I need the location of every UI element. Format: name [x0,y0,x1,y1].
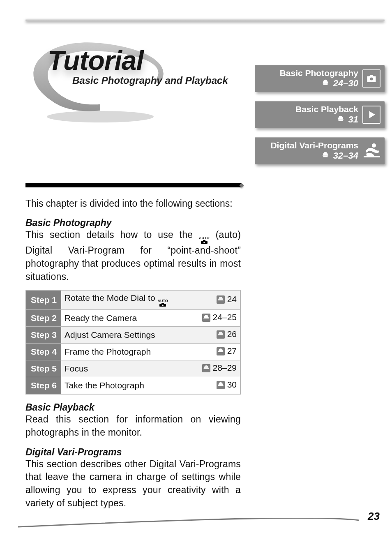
step-description: Focus [61,360,196,377]
intro-text: This chapter is divided into the followi… [25,197,241,210]
step-description: Rotate the Mode Dial to AUTO [61,290,196,310]
svg-rect-25 [219,386,223,388]
svg-rect-1 [323,83,327,85]
page-ref-icon [322,79,329,88]
nav-item-pages: 32–34 [333,150,358,161]
chapter-header: Tutorial Basic Photography and Playback [25,47,247,86]
nav-item-pages: 31 [348,114,358,125]
step-pages: 26 [196,327,240,344]
svg-point-6 [372,143,376,148]
nav-item-title: Basic Playback [259,104,358,114]
section-text-basic-playback: Read this section for information on vie… [25,413,241,439]
nav-item-basic-photography[interactable]: Basic Photography 24–30 [255,65,385,92]
auto-mode-icon: AUTO [199,236,210,244]
page-ref-icon [217,347,225,358]
svg-rect-23 [204,369,208,371]
page-ref-icon [217,295,225,306]
page-ref-icon [217,381,225,391]
auto-mode-icon: AUTO [157,299,168,307]
step-pages: 27 [196,344,240,360]
chapter-title: Tutorial [48,47,247,74]
svg-point-10 [203,242,205,243]
top-horizontal-rule [25,19,385,22]
auto-label: AUTO [199,236,210,240]
nav-item-title: Digital Vari-Programs [259,141,358,150]
step-description: Frame the Photograph [61,344,196,360]
section-title-dvp: Digital Vari-Programs [25,447,241,458]
svg-rect-21 [219,352,223,354]
svg-rect-12 [161,303,164,305]
svg-rect-17 [204,318,208,320]
svg-rect-19 [219,335,223,337]
camera-icon [362,69,380,88]
step-pages: 24–25 [196,310,240,327]
chapter-subtitle: Basic Photography and Playback [72,75,247,86]
page-ref-icon [202,314,210,324]
step-label: Step 5 [26,360,61,377]
step-pages: 24 [196,290,240,310]
section-title-basic-photography: Basic Photography [25,217,241,228]
svg-point-13 [162,305,164,306]
nav-item-pages: 24–30 [333,78,358,89]
svg-rect-5 [323,155,327,157]
steps-table: Step 1Rotate the Mode Dial to AUTO24Step… [25,290,241,395]
svg-rect-9 [203,240,205,242]
section-text-dvp: This section describes other Digital Var… [25,458,241,510]
svg-rect-15 [219,300,223,302]
section-divider [25,183,241,187]
svg-point-2 [370,77,373,81]
svg-rect-3 [338,119,343,121]
page-ref-icon [337,115,344,125]
nav-item-title: Basic Photography [259,68,358,78]
table-row: Step 1Rotate the Mode Dial to AUTO24 [26,290,240,310]
table-row: Step 4Frame the Photograph27 [26,344,240,360]
section-title-basic-playback: Basic Playback [25,402,241,413]
page-footer-rule [18,518,359,528]
step-label: Step 2 [26,310,61,327]
page-ref-icon [217,330,225,341]
page-ref-icon [202,364,210,374]
svg-marker-4 [369,111,375,118]
step-label: Step 6 [26,377,61,395]
play-icon [362,106,380,124]
step-description: Ready the Camera [61,310,196,327]
step-description: Adjust Camera Settings [61,327,196,344]
step-label: Step 4 [26,344,61,360]
svg-rect-7 [364,156,380,157]
figure-icon [362,142,380,160]
table-row: Step 6Take the Photograph30 [26,377,240,395]
page-ref-icon [322,151,329,161]
text-fragment: This section details how to use the [25,229,199,240]
table-row: Step 3Adjust Camera Settings26 [26,327,240,344]
step-description: Take the Photograph [61,377,196,395]
step-label: Step 1 [26,290,61,310]
page-number: 23 [368,510,380,523]
table-row: Step 5Focus28–29 [26,360,240,377]
section-nav: Basic Photography 24–30 Basic Playback [255,65,385,164]
nav-item-digital-vari-programs[interactable]: Digital Vari-Programs 32–34 [255,137,385,164]
svg-point-0 [47,111,154,122]
step-pages: 28–29 [196,360,240,377]
step-pages: 30 [196,377,240,395]
nav-item-basic-playback[interactable]: Basic Playback 31 [255,101,385,128]
table-row: Step 2Ready the Camera24–25 [26,310,240,327]
step-label: Step 3 [26,327,61,344]
section-text-basic-photography: This section details how to use the AUTO… [25,228,241,283]
